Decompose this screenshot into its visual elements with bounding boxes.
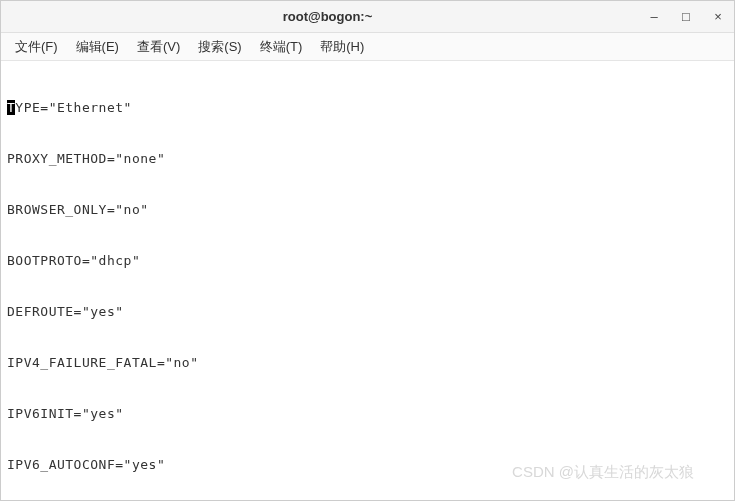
menu-help[interactable]: 帮助(H) xyxy=(312,36,372,58)
editor-area[interactable]: TYPE="Ethernet" PROXY_METHOD="none" BROW… xyxy=(1,61,734,501)
config-line: TYPE="Ethernet" xyxy=(7,99,728,116)
menu-view[interactable]: 查看(V) xyxy=(129,36,188,58)
menubar: 文件(F) 编辑(E) 查看(V) 搜索(S) 终端(T) 帮助(H) xyxy=(1,33,734,61)
window-controls: – □ × xyxy=(646,9,726,25)
menu-file[interactable]: 文件(F) xyxy=(7,36,66,58)
config-line: DEFROUTE="yes" xyxy=(7,303,728,320)
config-line: IPV6_AUTOCONF="yes" xyxy=(7,456,728,473)
maximize-button[interactable]: □ xyxy=(678,9,694,25)
window-title: root@bogon:~ xyxy=(9,9,646,24)
config-line: BROWSER_ONLY="no" xyxy=(7,201,728,218)
content-lines: TYPE="Ethernet" PROXY_METHOD="none" BROW… xyxy=(7,65,728,501)
menu-search[interactable]: 搜索(S) xyxy=(190,36,249,58)
config-line: IPV4_FAILURE_FATAL="no" xyxy=(7,354,728,371)
config-line: PROXY_METHOD="none" xyxy=(7,150,728,167)
titlebar: root@bogon:~ – □ × xyxy=(1,1,734,33)
close-button[interactable]: × xyxy=(710,9,726,25)
menu-terminal[interactable]: 终端(T) xyxy=(252,36,311,58)
minimize-button[interactable]: – xyxy=(646,9,662,25)
config-line: IPV6INIT="yes" xyxy=(7,405,728,422)
line-rest: YPE="Ethernet" xyxy=(15,100,132,115)
config-line: BOOTPROTO="dhcp" xyxy=(7,252,728,269)
menu-edit[interactable]: 编辑(E) xyxy=(68,36,127,58)
